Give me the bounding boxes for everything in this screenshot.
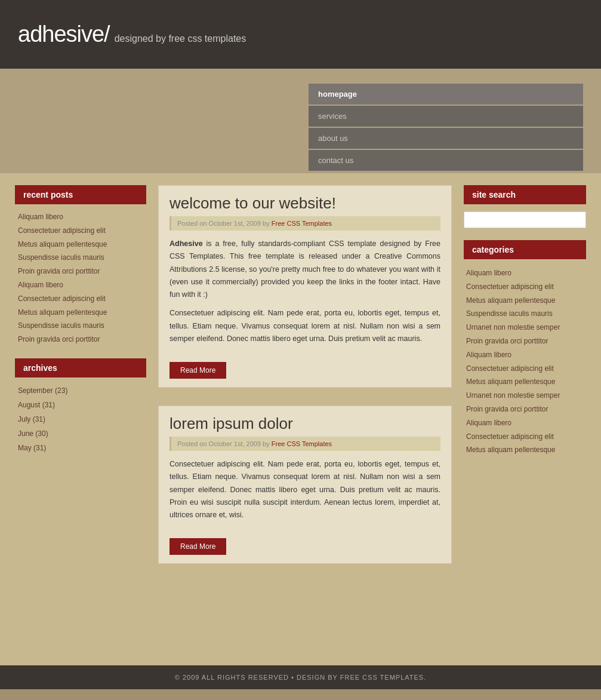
post-1-meta: Posted on October 1st, 2009 by Free CSS …	[169, 216, 440, 231]
archives-list: September (23) August (31) July (31) Jun…	[15, 383, 146, 455]
recent-post-link[interactable]: Consectetuer adipiscing elit	[18, 292, 143, 306]
category-link[interactable]: Consectetuer adipiscing elit	[466, 362, 584, 376]
main-content-area: recent posts Aliquam libero Consectetuer…	[0, 173, 601, 594]
post-2-meta: Posted on October 1st, 2009 by Free CSS …	[169, 437, 440, 451]
post-2-read-more[interactable]: Read More	[169, 538, 226, 555]
list-item: Consectetuer adipiscing elit	[466, 430, 584, 444]
post-2: lorem ipsum dolor Posted on October 1st,…	[158, 406, 452, 564]
recent-post-link[interactable]: Consectetuer adipiscing elit	[18, 224, 143, 238]
main-wrapper: recent posts Aliquam libero Consectetuer…	[0, 173, 601, 665]
footer-text: © 2009 ALL RIGHTS RESERVED • DESIGN BY F…	[175, 674, 426, 681]
categories-list: Aliquam libero Consectetuer adipiscing e…	[464, 266, 586, 457]
category-link[interactable]: Consectetuer adipiscing elit	[466, 430, 584, 444]
post-1-meta-text: Posted on October 1st, 2009 by	[177, 220, 270, 227]
recent-post-link[interactable]: Aliquam libero	[18, 278, 143, 292]
list-item: Aliquam libero	[466, 416, 584, 430]
list-item: September (23)	[18, 383, 143, 398]
post-1: welcome to our website! Posted on Octobe…	[158, 185, 452, 388]
post-2-para: Consectetuer adipiscing elit. Nam pede e…	[169, 458, 440, 521]
category-link[interactable]: Suspendisse iaculis mauris	[466, 307, 584, 321]
bottom-spacer	[0, 594, 601, 665]
list-item: Proin gravida orci porttitor	[466, 334, 584, 348]
list-item: Proin gravida orci porttitor	[18, 333, 143, 346]
category-link[interactable]: Proin gravida orci porttitor	[466, 334, 584, 348]
list-item: Suspendisse iaculis mauris	[18, 319, 143, 333]
nav-homepage[interactable]: homepage	[309, 84, 583, 105]
post-1-title: welcome to our website!	[169, 194, 440, 213]
nav-services[interactable]: services	[309, 106, 583, 127]
site-name-text: adhesive/	[18, 22, 110, 47]
recent-post-link[interactable]: Proin gravida orci porttitor	[18, 333, 143, 346]
banner-area: homepage services about us contact us	[0, 69, 601, 173]
site-header: adhesive/designed by free css templates	[0, 0, 601, 69]
list-item: Urnanet non molestie semper	[466, 321, 584, 334]
post-1-read-more[interactable]: Read More	[169, 362, 226, 379]
recent-post-link[interactable]: Proin gravida orci porttitor	[18, 265, 143, 278]
search-input[interactable]	[464, 211, 586, 228]
list-item: Consectetuer adipiscing elit	[466, 362, 584, 376]
post-2-title: lorem ipsum dolor	[169, 415, 440, 433]
list-item: Urnanet non molestie semper	[466, 389, 584, 403]
category-link[interactable]: Proin gravida orci porttitor	[466, 403, 584, 416]
list-item: Proin gravida orci porttitor	[466, 403, 584, 416]
category-link[interactable]: Metus aliquam pellentesque	[466, 375, 584, 389]
list-item: Proin gravida orci porttitor	[18, 265, 143, 278]
list-item: July (31)	[18, 412, 143, 426]
list-item: Consectetuer adipiscing elit	[18, 224, 143, 238]
recent-posts-list: Aliquam libero Consectetuer adipiscing e…	[15, 210, 146, 346]
archive-link[interactable]: June (30)	[18, 426, 143, 441]
list-item: Metus aliquam pellentesque	[466, 375, 584, 389]
nav-about[interactable]: about us	[309, 128, 583, 149]
list-item: Aliquam libero	[18, 278, 143, 292]
category-link[interactable]: Metus aliquam pellentesque	[466, 294, 584, 308]
post-2-author-link[interactable]: Free CSS Templates	[272, 440, 332, 447]
category-link[interactable]: Metus aliquam pellentesque	[466, 443, 584, 457]
list-item: Metus aliquam pellentesque	[18, 306, 143, 320]
post-1-body: Adhesive Adhesive is a free, fully stand…	[159, 238, 451, 360]
post-1-intro: Adhesive Adhesive is a free, fully stand…	[169, 238, 440, 301]
category-link[interactable]: Consectetuer adipiscing elit	[466, 280, 584, 294]
main-nav: homepage services about us contact us	[309, 84, 583, 171]
recent-post-link[interactable]: Aliquam libero	[18, 210, 143, 224]
site-footer: © 2009 ALL RIGHTS RESERVED • DESIGN BY F…	[0, 665, 601, 689]
list-item: Metus aliquam pellentesque	[466, 294, 584, 308]
recent-posts-title: recent posts	[15, 185, 146, 204]
list-item: June (30)	[18, 426, 143, 441]
list-item: August (31)	[18, 398, 143, 412]
list-item: Aliquam libero	[18, 210, 143, 224]
category-link[interactable]: Aliquam libero	[466, 416, 584, 430]
post-2-meta-text: Posted on October 1st, 2009 by	[177, 440, 270, 447]
category-link[interactable]: Urnanet non molestie semper	[466, 389, 584, 403]
archives-section: archives September (23) August (31) July…	[15, 358, 146, 455]
archives-title: archives	[15, 358, 146, 377]
archive-link[interactable]: August (31)	[18, 398, 143, 412]
category-link[interactable]: Aliquam libero	[466, 266, 584, 280]
content-center: welcome to our website! Posted on Octobe…	[158, 185, 452, 582]
category-link[interactable]: Aliquam libero	[466, 348, 584, 362]
post-1-para: Consectetuer adipiscing elit. Nam pede e…	[169, 307, 440, 345]
site-title: adhesive/designed by free css templates	[18, 22, 246, 47]
sidebar-right: site search categories Aliquam libero Co…	[464, 185, 586, 582]
category-link[interactable]: Urnanet non molestie semper	[466, 321, 584, 334]
recent-post-link[interactable]: Suspendisse iaculis mauris	[18, 319, 143, 333]
list-item: Suspendisse iaculis mauris	[18, 251, 143, 265]
archive-link[interactable]: September (23)	[18, 383, 143, 398]
post-2-header: lorem ipsum dolor Posted on October 1st,…	[159, 406, 451, 451]
nav-contact[interactable]: contact us	[309, 150, 583, 171]
post-1-author-link[interactable]: Free CSS Templates	[272, 220, 332, 227]
list-item: Aliquam libero	[466, 266, 584, 280]
recent-post-link[interactable]: Suspendisse iaculis mauris	[18, 251, 143, 265]
site-tagline: designed by free css templates	[115, 33, 246, 44]
list-item: Consectetuer adipiscing elit	[18, 292, 143, 306]
recent-post-link[interactable]: Metus aliquam pellentesque	[18, 238, 143, 251]
recent-post-link[interactable]: Metus aliquam pellentesque	[18, 306, 143, 320]
archive-link[interactable]: May (31)	[18, 441, 143, 455]
list-item: Aliquam libero	[466, 348, 584, 362]
categories-title: categories	[464, 240, 586, 259]
post-1-header: welcome to our website! Posted on Octobe…	[159, 186, 451, 231]
sidebar-left: recent posts Aliquam libero Consectetuer…	[15, 185, 146, 582]
archive-link[interactable]: July (31)	[18, 412, 143, 426]
list-item: Suspendisse iaculis mauris	[466, 307, 584, 321]
list-item: Consectetuer adipiscing elit	[466, 280, 584, 294]
post-2-body: Consectetuer adipiscing elit. Nam pede e…	[159, 458, 451, 536]
